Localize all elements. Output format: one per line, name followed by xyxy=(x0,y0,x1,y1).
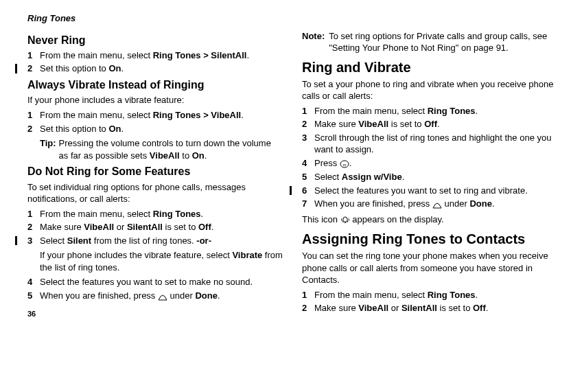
list-item: 5 Select Assign w/Vibe. xyxy=(302,171,557,183)
columns: Never Ring 1 From the main menu, select … xyxy=(27,30,557,320)
text: From the main menu, select xyxy=(40,209,153,219)
text: Make sure xyxy=(40,222,84,232)
text: is set to xyxy=(388,119,424,129)
heading-ring-and-vibrate: Ring and Vibrate xyxy=(302,60,557,76)
list-item: 2 Set this option to On. xyxy=(27,62,283,75)
bold: Ring Tones > SilentAll xyxy=(153,50,247,60)
bold: Vibrate xyxy=(232,250,262,260)
list-number: 3 xyxy=(27,235,40,247)
list-body: Set this option to On. xyxy=(40,62,283,75)
bold: On xyxy=(192,150,205,161)
list-body: Select the features you want to set to m… xyxy=(40,276,283,288)
list-item: 3 Select Silent from the list of ring to… xyxy=(27,235,283,247)
text: . xyxy=(121,124,124,134)
text: When you are finished, press xyxy=(314,198,432,209)
paragraph: To set a your phone to ring and vibrate … xyxy=(302,78,557,102)
text: Select xyxy=(314,172,342,182)
list-item: 2 Make sure VibeAll or SilentAll is set … xyxy=(27,221,283,233)
text: From the main menu, select xyxy=(40,50,153,60)
text: . xyxy=(246,50,249,60)
text: Select xyxy=(40,235,67,246)
bold: SilentAll xyxy=(401,303,437,313)
text: . xyxy=(211,222,214,232)
text: . xyxy=(476,290,478,300)
text: Press xyxy=(314,158,340,168)
list-number: 1 xyxy=(27,208,40,220)
bold: Ring Tones xyxy=(428,106,476,116)
list-item: 3 Scroll through the list of ring tones … xyxy=(302,132,557,156)
page-header: Ring Tones xyxy=(27,12,557,25)
right-column: Note: To set ring options for Private ca… xyxy=(302,30,557,320)
softkey-a-icon xyxy=(432,198,442,211)
list-body: Set this option to On. xyxy=(40,123,283,135)
list-item: 2 Make sure VibeAll is set to Off. xyxy=(302,118,557,130)
text: under xyxy=(167,290,195,301)
text: . xyxy=(402,172,405,182)
list-body: Press m. xyxy=(314,157,557,170)
list-number: 6 xyxy=(302,185,314,197)
list-body: From the main menu, select Ring Tones > … xyxy=(40,109,283,122)
bold: Off xyxy=(198,222,211,232)
bold: On xyxy=(108,124,121,134)
text: or xyxy=(388,303,401,313)
bold: -or- xyxy=(196,235,211,246)
do-not-ring-list: 1 From the main menu, select Ring Tones.… xyxy=(27,208,283,247)
bold: Assign w/Vibe xyxy=(342,172,402,182)
bold: VibeAll xyxy=(150,150,180,161)
bold: VibeAll xyxy=(358,303,388,313)
list-number: 7 xyxy=(302,198,314,210)
list-number: 4 xyxy=(302,157,314,170)
tip-body: Pressing the volume controls to turn dow… xyxy=(59,137,283,161)
text: If your phone includes the vibrate featu… xyxy=(40,250,232,260)
bold: Ring Tones > VibeAll xyxy=(153,110,241,120)
text: This icon xyxy=(302,214,340,224)
text: From the main menu, select xyxy=(314,106,428,116)
list-body: Scroll through the list of ring tones an… xyxy=(314,132,557,156)
bold: Off xyxy=(424,119,437,129)
list-item: 1 From the main menu, select Ring Tones. xyxy=(302,289,557,301)
list-body: When you are finished, press under Done. xyxy=(40,290,283,302)
list-number: 3 xyxy=(302,132,314,156)
bold: Done xyxy=(469,198,492,209)
text: Set this option to xyxy=(40,124,108,134)
text: . xyxy=(492,198,495,209)
paragraph: To set individual ring options for phone… xyxy=(27,181,283,205)
bold: VibeAll xyxy=(84,222,114,232)
ring-vibrate-list: 1 From the main menu, select Ring Tones.… xyxy=(302,105,557,211)
list-number: 2 xyxy=(27,123,40,135)
text: . xyxy=(201,209,204,219)
paragraph: If your phone includes a vibrate feature… xyxy=(27,94,283,106)
do-not-ring-list-cont: 4 Select the features you want to set to… xyxy=(27,276,283,302)
list-item: 7 When you are finished, press under Don… xyxy=(302,198,557,210)
sub-paragraph: If your phone includes the vibrate featu… xyxy=(40,249,283,273)
assign-list: 1 From the main menu, select Ring Tones.… xyxy=(302,289,557,314)
note-label: Note: xyxy=(302,30,325,54)
list-number: 2 xyxy=(302,118,314,130)
paragraph: This icon appears on the display. xyxy=(302,214,557,226)
list-body: Select Silent from the list of ring tone… xyxy=(40,235,283,247)
heading-always-vibrate: Always Vibrate Instead of Ringing xyxy=(27,79,283,91)
bold: On xyxy=(108,63,121,73)
list-item: 4 Press m. xyxy=(302,157,557,170)
text: is set to xyxy=(163,222,198,232)
heading-assigning-ring-tones: Assigning Ring Tones to Contacts xyxy=(302,231,557,247)
bold: SilentAll xyxy=(127,222,163,232)
heading-never-ring: Never Ring xyxy=(27,34,283,47)
text: When you are finished, press xyxy=(40,290,158,301)
text: . xyxy=(476,106,478,116)
note: Note: To set ring options for Private ca… xyxy=(302,30,557,54)
text: . xyxy=(241,110,244,120)
bold: Ring Tones xyxy=(153,209,201,219)
list-body: Select Assign w/Vibe. xyxy=(314,171,557,183)
text: Set this option to xyxy=(40,63,108,73)
bold: VibeAll xyxy=(358,119,388,129)
list-number: 2 xyxy=(302,302,314,314)
list-body: From the main menu, select Ring Tones > … xyxy=(40,49,283,62)
text: appears on the display. xyxy=(350,214,444,224)
text: Make sure xyxy=(314,303,358,313)
tip: Tip: Pressing the volume controls to tur… xyxy=(40,137,283,161)
bold: Ring Tones xyxy=(428,290,476,300)
text: . xyxy=(121,63,124,73)
list-body: From the main menu, select Ring Tones. xyxy=(40,208,283,220)
page-number: 36 xyxy=(27,309,283,319)
